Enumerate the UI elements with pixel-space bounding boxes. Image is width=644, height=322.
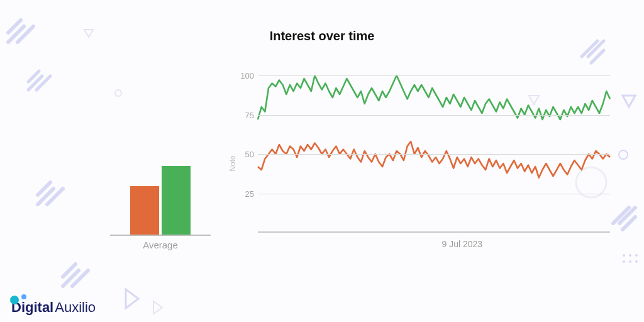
bar-plot-area xyxy=(110,135,211,236)
svg-point-7 xyxy=(629,260,631,263)
bar-series-b xyxy=(162,166,191,235)
svg-point-3 xyxy=(623,254,625,257)
bar-chart: Average xyxy=(110,135,211,252)
line-series xyxy=(258,142,610,178)
y-axis-label: Note xyxy=(228,155,237,171)
chart-title: Interest over time xyxy=(0,29,644,43)
svg-point-4 xyxy=(629,254,631,257)
logo-dot-icon xyxy=(21,294,26,299)
x-tick-label: 9 Jul 2023 xyxy=(441,239,482,249)
grid-line xyxy=(258,75,610,76)
y-tick-label: 50 xyxy=(236,150,254,159)
svg-point-5 xyxy=(635,254,638,257)
x-axis xyxy=(258,231,610,233)
bar-series-a xyxy=(130,186,159,235)
y-tick-label: 100 xyxy=(236,71,254,80)
y-tick-label: 75 xyxy=(236,110,254,119)
bar-x-label: Average xyxy=(110,240,211,250)
svg-point-6 xyxy=(623,260,625,263)
grid-line xyxy=(258,194,610,194)
logo-dot-icon xyxy=(10,296,19,304)
line-chart: Note 2550751009 Jul 2023 xyxy=(239,75,610,252)
svg-point-1 xyxy=(619,150,628,159)
grid-line xyxy=(258,154,610,155)
y-tick-label: 25 xyxy=(236,189,254,198)
line-series xyxy=(258,75,610,119)
chart-canvas: Interest over time Average Note 25507510… xyxy=(0,0,644,322)
svg-point-8 xyxy=(635,260,638,263)
brand-logo: Digital Auxilio xyxy=(11,299,96,316)
grid-line xyxy=(258,115,610,116)
svg-point-2 xyxy=(115,90,121,96)
logo-word-2: Auxilio xyxy=(55,299,96,316)
